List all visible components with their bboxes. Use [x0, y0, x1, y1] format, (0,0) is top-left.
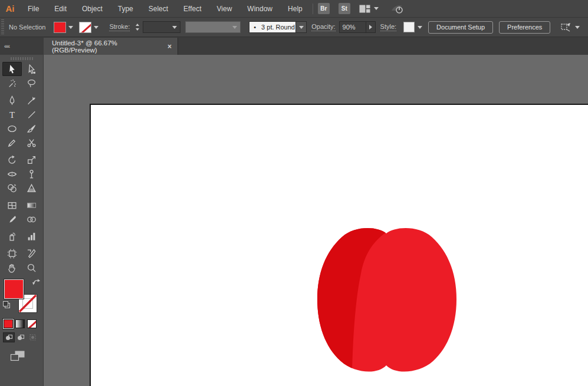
document-setup-button[interactable]: Document Setup: [428, 21, 493, 34]
preferences-button[interactable]: Preferences: [499, 21, 550, 34]
graphic-style-swatch[interactable]: [403, 22, 415, 32]
direct-selection-icon: [27, 64, 37, 74]
slice-tool[interactable]: [22, 246, 41, 260]
stepper-up-icon[interactable]: [136, 24, 139, 26]
scissors-tool[interactable]: [22, 136, 41, 150]
direct-selection-tool[interactable]: [22, 62, 41, 76]
style-panel-button[interactable]: St: [339, 3, 350, 14]
menu-window[interactable]: Window: [239, 5, 280, 13]
artboard[interactable]: [90, 104, 588, 386]
workspace-switcher[interactable]: [359, 5, 379, 13]
opacity-label[interactable]: Opacity:: [311, 23, 335, 31]
perspective-grid-tool[interactable]: [22, 181, 41, 195]
opacity-input[interactable]: 90%: [339, 21, 366, 33]
menu-type[interactable]: Type: [110, 5, 141, 13]
menubar-divider: [313, 4, 313, 14]
free-transform-tool[interactable]: [22, 167, 41, 181]
scale-icon: [27, 155, 37, 165]
chevron-down-icon[interactable]: [418, 26, 422, 29]
stroke-none-swatch[interactable]: [79, 22, 91, 33]
curvature-pen-tool[interactable]: [22, 93, 41, 107]
menu-help[interactable]: Help: [280, 5, 310, 13]
svg-text:T: T: [9, 110, 14, 119]
stroke-weight-stepper[interactable]: [133, 24, 142, 31]
menu-edit[interactable]: Edit: [47, 5, 74, 13]
hand-tool[interactable]: [2, 260, 22, 275]
line-segment-tool[interactable]: [22, 107, 41, 121]
stroke-color-control[interactable]: [79, 22, 98, 33]
draw-normal-button[interactable]: [3, 332, 15, 342]
tools-panel-grip[interactable]: [11, 57, 33, 60]
menu-object[interactable]: Object: [74, 5, 110, 13]
column-graph-tool[interactable]: [22, 229, 41, 243]
tools-grid: T: [0, 62, 43, 275]
swap-fill-stroke-icon[interactable]: [32, 278, 41, 286]
curvature-pen-icon: [27, 95, 37, 105]
column-graph-icon: [27, 232, 37, 242]
paintbrush-tool[interactable]: [22, 121, 41, 136]
fill-indicator[interactable]: [4, 279, 24, 299]
bridge-button[interactable]: Br: [318, 3, 330, 14]
shape-builder-tool[interactable]: [2, 181, 22, 195]
brush-definition-value[interactable]: • 3 pt. Round: [249, 21, 296, 33]
scale-tool[interactable]: [22, 153, 41, 167]
pen-tool[interactable]: [2, 93, 22, 107]
line-segment-icon: [27, 110, 37, 120]
pencil-icon: [7, 138, 17, 148]
eyedropper-tool[interactable]: [2, 212, 22, 226]
stroke-weight-label[interactable]: Stroke:: [109, 23, 130, 31]
pencil-tool[interactable]: [2, 136, 22, 150]
document-tab[interactable]: Untitled-3* @ 66.67% (RGB/Preview) ×: [44, 38, 178, 55]
rotate-icon: [7, 155, 17, 165]
stepper-down-icon[interactable]: [136, 28, 139, 31]
width-tool[interactable]: [2, 167, 22, 181]
gradient-button[interactable]: [15, 319, 25, 328]
zoom-tool[interactable]: [22, 260, 41, 275]
screen-mode-button[interactable]: [10, 350, 43, 364]
panel-grip[interactable]: [1, 19, 4, 35]
brush-definition-control[interactable]: • 3 pt. Round: [249, 21, 307, 33]
selection-tool[interactable]: [2, 62, 22, 76]
gradient-tool[interactable]: [22, 198, 41, 212]
stroke-weight-dropdown[interactable]: [143, 21, 180, 33]
apple-artwork[interactable]: [317, 225, 456, 374]
shape-builder-icon: [7, 183, 17, 193]
fill-color-swatch[interactable]: [54, 22, 66, 33]
artboard-tool[interactable]: [2, 246, 22, 260]
pen-icon: [7, 95, 17, 105]
default-fill-stroke-icon[interactable]: [2, 301, 11, 309]
draw-behind-button[interactable]: [15, 332, 27, 342]
tab-close-icon[interactable]: ×: [167, 42, 172, 51]
ellipse-tool[interactable]: [2, 121, 22, 136]
symbol-sprayer-tool[interactable]: [2, 229, 22, 243]
document-tab-title: Untitled-3* @ 66.67% (RGB/Preview): [52, 39, 159, 54]
chevron-down-icon[interactable]: [94, 26, 98, 29]
none-button[interactable]: [27, 319, 37, 328]
free-transform-icon: [27, 169, 37, 179]
type-tool[interactable]: T: [2, 107, 22, 121]
menu-bar: Ai FileEditObjectTypeSelectEffectViewWin…: [0, 0, 588, 18]
menu-select[interactable]: Select: [141, 5, 176, 13]
chevron-down-icon[interactable]: [68, 26, 73, 29]
blend-tool[interactable]: [22, 212, 41, 226]
style-label[interactable]: Style:: [380, 23, 397, 31]
eyedropper-icon: [7, 215, 17, 225]
cs-live-button[interactable]: [389, 4, 405, 14]
brush-preview-dot: •: [254, 24, 256, 31]
toolbar-collapse-button[interactable]: ««: [0, 37, 44, 55]
menu-file[interactable]: File: [20, 5, 47, 13]
magic-wand-tool[interactable]: [2, 76, 22, 90]
gradient-icon: [27, 200, 37, 210]
fill-color-control[interactable]: [54, 22, 73, 33]
rotate-tool[interactable]: [2, 153, 22, 167]
menu-effect[interactable]: Effect: [176, 5, 209, 13]
color-button[interactable]: [4, 319, 13, 328]
brush-dropdown-button[interactable]: [296, 21, 307, 33]
lasso-tool[interactable]: [22, 76, 41, 90]
menu-view[interactable]: View: [209, 5, 240, 13]
mesh-tool[interactable]: [2, 198, 22, 212]
chevron-down-icon: [299, 26, 304, 29]
transform-options[interactable]: [560, 22, 580, 32]
opacity-expand-button[interactable]: [366, 21, 376, 33]
canvas-pasteboard[interactable]: [44, 55, 588, 386]
